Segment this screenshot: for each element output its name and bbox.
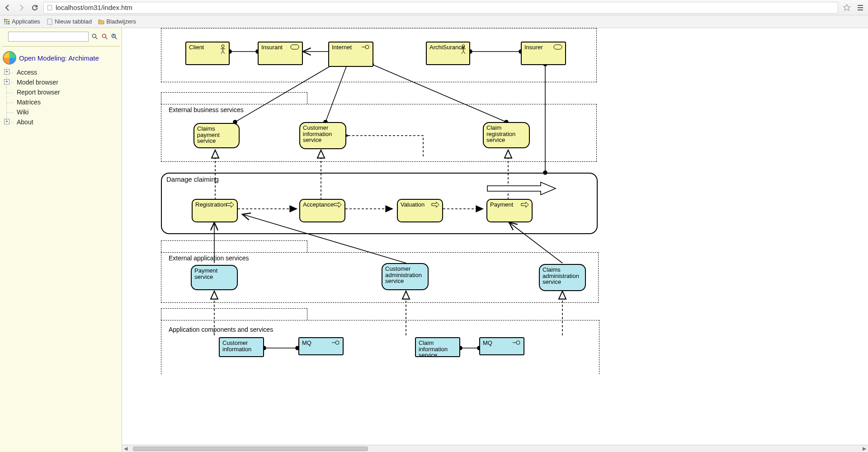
- expand-icon[interactable]: +: [4, 79, 9, 85]
- brand-logo-icon: [3, 51, 16, 65]
- svg-rect-10: [47, 19, 52, 24]
- apps-shortcut[interactable]: Applicaties: [4, 18, 40, 25]
- svg-rect-8: [6, 23, 8, 24]
- svg-point-41: [462, 45, 465, 47]
- node-client[interactable]: Client: [185, 42, 230, 65]
- process-icon: [431, 202, 439, 208]
- node-insurer[interactable]: Insurer: [521, 42, 566, 65]
- actor-icon: [220, 44, 226, 54]
- node-customer-info-comp[interactable]: Customer information: [219, 337, 264, 357]
- diagram-canvas[interactable]: Client Insurant Internet ArchiSurance In…: [122, 28, 868, 452]
- node-claims-payment-service[interactable]: Claims payment service: [193, 123, 240, 148]
- node-customer-admin-service[interactable]: Customer administration service: [382, 263, 429, 290]
- tree-item-matrices[interactable]: Matrices: [6, 97, 120, 107]
- node-valuation[interactable]: Valuation: [397, 199, 443, 222]
- svg-point-45: [516, 341, 520, 344]
- svg-point-12: [102, 34, 106, 38]
- group-extapp-tab: [161, 240, 307, 252]
- process-icon: [334, 202, 342, 208]
- group-appcomp-tab: [161, 308, 307, 320]
- node-acceptance[interactable]: Acceptance: [299, 199, 345, 222]
- bookmark-star-icon[interactable]: [842, 3, 852, 13]
- sidebar: Open Modeling: Archimate +Access +Model …: [0, 28, 122, 452]
- page-icon: [47, 5, 53, 11]
- group-label: Damage claiming: [166, 175, 219, 183]
- search-input[interactable]: [8, 32, 89, 42]
- search-icon[interactable]: [91, 32, 99, 41]
- svg-rect-42: [554, 45, 562, 49]
- svg-rect-9: [8, 23, 9, 24]
- node-mq2[interactable]: MQ: [479, 337, 524, 355]
- svg-rect-0: [48, 5, 52, 10]
- group-label: External application services: [168, 254, 250, 262]
- role-icon: [553, 44, 562, 50]
- forward-button[interactable]: [16, 3, 26, 13]
- tree-item-wiki[interactable]: Wiki: [6, 107, 120, 117]
- svg-rect-6: [8, 21, 9, 22]
- actor-icon: [460, 44, 467, 54]
- svg-point-43: [335, 341, 339, 344]
- interface-icon: [361, 44, 370, 50]
- svg-point-11: [92, 34, 96, 38]
- url-text: localhost/om31/index.htm: [56, 4, 132, 11]
- node-claim-info-comp[interactable]: Claim information service: [415, 337, 460, 357]
- diagram-connectors: [122, 28, 827, 452]
- node-registration[interactable]: Registration: [192, 199, 238, 222]
- find-user-icon[interactable]: [111, 32, 118, 41]
- apps-icon: [4, 19, 10, 25]
- scroll-thumb[interactable]: [133, 447, 368, 451]
- group-label: Application components and services: [168, 326, 274, 333]
- tree-item-report-browser[interactable]: Report browser: [6, 87, 120, 97]
- svg-rect-7: [4, 23, 5, 24]
- svg-point-37: [222, 45, 224, 47]
- folder-icon: [98, 19, 104, 25]
- back-button[interactable]: [3, 3, 13, 13]
- svg-point-39: [365, 45, 369, 49]
- zoom-icon[interactable]: [101, 32, 108, 41]
- brand: Open Modeling: Archimate: [2, 50, 120, 67]
- browser-toolbar: localhost/om31/index.htm: [0, 0, 868, 15]
- node-claim-registration-service[interactable]: Claim registration service: [483, 122, 530, 148]
- expand-icon[interactable]: +: [4, 69, 9, 75]
- node-insurant[interactable]: Insurant: [258, 42, 303, 65]
- process-icon: [226, 202, 234, 208]
- tree-item-access[interactable]: +Access: [6, 67, 120, 77]
- svg-rect-4: [4, 21, 5, 22]
- reload-button[interactable]: [30, 3, 40, 13]
- node-mq1[interactable]: MQ: [298, 337, 344, 355]
- svg-rect-38: [291, 45, 299, 49]
- interface-icon: [331, 340, 340, 345]
- apps-label: Applicaties: [12, 18, 40, 25]
- address-bar[interactable]: localhost/om31/index.htm: [43, 2, 838, 14]
- group-label: External business services: [168, 106, 245, 113]
- bookmark-new-tab[interactable]: Nieuw tabblad: [47, 18, 92, 25]
- menu-button[interactable]: [855, 3, 865, 13]
- node-payment-service-app[interactable]: Payment service: [191, 265, 238, 290]
- expand-icon[interactable]: +: [4, 119, 9, 124]
- svg-point-14: [113, 35, 114, 36]
- tree-item-about[interactable]: +About: [6, 117, 120, 127]
- brand-link[interactable]: Open Modeling: Archimate: [19, 54, 99, 62]
- bookmark-folder[interactable]: Bladwijzers: [98, 18, 136, 25]
- horizontal-scrollbar[interactable]: ◀ ▶: [122, 445, 868, 452]
- svg-rect-2: [6, 19, 8, 20]
- scroll-right-icon[interactable]: ▶: [861, 446, 868, 452]
- tree-item-model-browser[interactable]: +Model browser: [6, 77, 120, 87]
- page-icon: [47, 19, 53, 25]
- nav-tree: +Access +Model browser Report browser Ma…: [2, 67, 120, 127]
- node-internet[interactable]: Internet: [328, 42, 373, 67]
- svg-rect-1: [4, 19, 5, 20]
- node-customer-info-service[interactable]: Customer information service: [299, 122, 346, 149]
- scroll-left-icon[interactable]: ◀: [122, 446, 129, 452]
- process-icon: [521, 202, 529, 208]
- interface-icon: [512, 340, 521, 345]
- role-icon: [290, 44, 299, 50]
- svg-rect-5: [6, 21, 8, 22]
- bookmarks-bar: Applicaties Nieuw tabblad Bladwijzers: [0, 15, 868, 28]
- big-arrow-icon: [486, 182, 557, 195]
- group-extbus-tab: [161, 92, 307, 104]
- node-claims-admin-service[interactable]: Claims administration service: [539, 264, 586, 291]
- node-payment[interactable]: Payment: [486, 199, 533, 222]
- node-archisurance[interactable]: ArchiSurance: [426, 42, 470, 65]
- svg-rect-3: [8, 19, 9, 20]
